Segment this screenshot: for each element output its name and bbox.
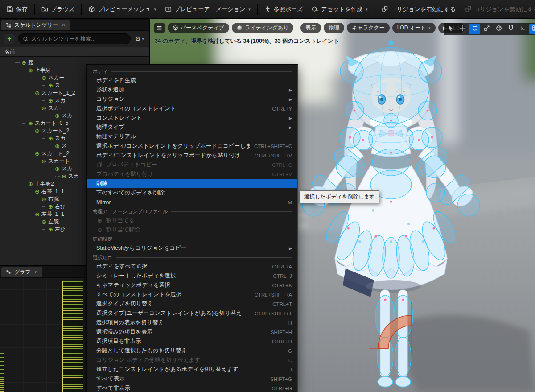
menu-shortcut: H (288, 320, 292, 326)
menu-item-0-4[interactable]: コンストレイント▶ (87, 113, 297, 123)
mesh-icon (88, 6, 95, 12)
menu-shortcut: J (289, 367, 292, 372)
tree-guide-line (42, 229, 46, 230)
viewport-physics-button[interactable]: 物理 (324, 23, 344, 33)
menu-shortcut: CTRL+V (272, 172, 292, 177)
menu-item-label: 孤立したコンストレイントがあるボディを切り替えます (96, 366, 286, 373)
menu-item-3-0[interactable]: ボディをすべて選択CTRL+A (87, 262, 297, 271)
menu-item-3-11[interactable]: 孤立したコンストレイントがあるボディを切り替えますJ (87, 365, 297, 374)
menu-item-0-2[interactable]: コリジョン▶ (87, 95, 297, 104)
add-button[interactable]: + (4, 34, 15, 44)
viewport-stats: 34 のボディ、境界を検討している 34 (100%)、33 個のコンストレイン… (155, 37, 339, 45)
viewport-perspective-button[interactable]: パースペクティブ (168, 23, 229, 33)
reference-pose-button[interactable]: 参照ポーズ (260, 2, 307, 17)
menu-item-3-3[interactable]: すべてのコンストレイントを選択CTRL+SHIFT+A (87, 290, 297, 299)
close-icon[interactable]: × (62, 22, 65, 28)
tree-guide-line (49, 169, 53, 169)
search-input[interactable] (31, 36, 126, 42)
preview-animation-button[interactable]: プレビューアニメーション▾ (161, 2, 255, 17)
menu-item-2-0[interactable]: StaticMeshからコリジョンをコピー▶ (87, 243, 297, 253)
chevron-down-icon: ▾ (366, 7, 368, 12)
tab-skeleton-tree[interactable]: スケルトンツリー × (1, 20, 70, 30)
menu-item-label: コリジョン ボディの分離を切り替えます (96, 356, 285, 364)
create-asset-label: アセットを作成 (321, 5, 362, 13)
menu-item-0-5[interactable]: 物理タイプ▶ (87, 123, 297, 132)
menu-shortcut: CTRL+C (272, 162, 292, 168)
menu-item-0-9: プロパティをコピーCTRL+C (87, 160, 297, 169)
column-header-name[interactable]: 名前 (0, 47, 149, 57)
menu-item-3-6[interactable]: 選択項目の表示を切り替えH (87, 318, 297, 327)
menu-item-3-4[interactable]: 選択タイプを切り替えCTRL+T (87, 299, 297, 309)
menu-section-label: 物理アニメーションプロファイル (93, 208, 168, 215)
browse-button[interactable]: ブラウズ (37, 2, 78, 17)
menu-item-3-8[interactable]: 選択項目を非表示CTRL+H (87, 337, 297, 346)
toolbar-separator (257, 4, 258, 15)
tree-guide-line (35, 222, 40, 222)
menu-item-label: Mirror (96, 199, 284, 206)
chevron-down-icon: ▾ (248, 7, 251, 12)
cube-icon (173, 25, 178, 31)
camera-speed-tool-button[interactable] (529, 24, 535, 34)
menu-item-3-12[interactable]: すべて表示SHIFT+G (87, 374, 297, 384)
search-box[interactable] (18, 33, 131, 44)
select-tool-button[interactable] (445, 24, 456, 34)
bone-label: スカ (62, 165, 73, 173)
viewport-menu-button[interactable] (154, 23, 165, 33)
menu-item-0-13[interactable]: MirrorM (87, 198, 297, 207)
body-icon: ⊕ (28, 67, 33, 73)
close-icon[interactable]: × (35, 269, 38, 275)
save-button[interactable]: 保存 (3, 2, 32, 17)
menu-item-3-2[interactable]: キネマティックボディを選択CTRL+K (87, 281, 297, 290)
menu-item-0-11[interactable]: 削除 (87, 179, 297, 188)
translate-tool-button[interactable] (457, 24, 468, 34)
menu-section-rule (111, 71, 292, 72)
create-asset-button[interactable]: アセットを作成▾ (308, 2, 371, 17)
body-icon: ⊕ (62, 173, 66, 179)
menu-item-label: プロパティを貼り付け (96, 170, 269, 178)
copy-icon (96, 162, 103, 168)
world-tool-button[interactable] (493, 24, 504, 34)
viewport-lit-button[interactable]: ライティングあり (232, 23, 293, 33)
menu-shortcut: CTRL+G (272, 386, 292, 391)
menu-item-label: 選択タイプ(ユーザーコンストレイントがある)を切り替え (96, 309, 251, 317)
menu-item-0-8[interactable]: ボディ/コンストレイントをクリップボードから貼り付けCTRL+SHIFT+V (87, 151, 297, 160)
submenu-arrow-icon: ▶ (289, 125, 292, 130)
chevron-down-icon: ▾ (154, 7, 156, 12)
menu-item-label: 削除 (96, 180, 292, 187)
disable-collision-label: コリジョンを無効にする (474, 5, 535, 13)
rotate-tool-button[interactable] (469, 24, 480, 34)
tab-graph[interactable]: グラフ × (1, 267, 42, 277)
viewport-lod-button[interactable]: LOD オート▾ (392, 23, 436, 33)
tree-guide-line (22, 123, 26, 124)
lod-label: LOD オート (397, 24, 426, 32)
body-icon: ⊕ (55, 166, 60, 172)
grid-icon (532, 25, 535, 33)
body-icon: ⊕ (35, 189, 40, 194)
menu-item-0-6[interactable]: 物理マテリアル (87, 132, 297, 141)
menu-item-0-12[interactable]: 下のすべてのボディを削除 (87, 188, 297, 198)
rotation-snap-tool-button[interactable] (517, 24, 528, 34)
bone-label: スカート_0_5 (35, 120, 69, 127)
enable-collision-button[interactable]: コリジョンを有効にする (377, 2, 460, 17)
menu-item-3-7[interactable]: 選択済みの項目を表示SHIFT+H (87, 327, 297, 337)
menu-item-3-5[interactable]: 選択タイプ(ユーザーコンストレイントがある)を切り替えCTRL+SHIFT+T (87, 309, 297, 318)
lit-label: ライティングあり (245, 24, 288, 32)
menu-item-0-7[interactable]: 選択ボディ/コンストレイントをクリップボードにコピーしますCTRL+SHIFT+… (87, 141, 297, 151)
bone-label: スカ- (48, 104, 61, 112)
menu-item-0-3[interactable]: 選択ボディのコンストレイントCTRL+Y (87, 104, 297, 113)
menu-section-header-0: ボディ (87, 67, 297, 76)
surface-snap-tool-button[interactable] (505, 24, 516, 34)
scale-tool-button[interactable] (481, 24, 492, 34)
menu-item-3-13[interactable]: すべて非表示CTRL+G (87, 384, 297, 392)
graph-nodes-cluster[interactable] (62, 281, 83, 392)
viewport-show-button[interactable]: 表示 (300, 23, 321, 33)
settings-button[interactable]: ⚙▾ (133, 35, 146, 42)
menu-section-header-1: 物理アニメーションプロファイル (87, 207, 297, 216)
menu-shortcut: CTRL+SHIFT+V (255, 153, 292, 158)
viewport-character-button[interactable]: キャラクター (347, 23, 389, 33)
menu-item-3-1[interactable]: シミュレートしたボディを選択CTRL+J (87, 271, 297, 281)
preview-mesh-button[interactable]: プレビューメッシュ▾ (84, 2, 160, 17)
menu-item-0-1[interactable]: 形状を追加▶ (87, 85, 297, 95)
menu-item-0-0[interactable]: ボディを再生成 (87, 76, 297, 85)
menu-item-3-9[interactable]: 分離として選択したものを切り替えG (87, 346, 297, 355)
